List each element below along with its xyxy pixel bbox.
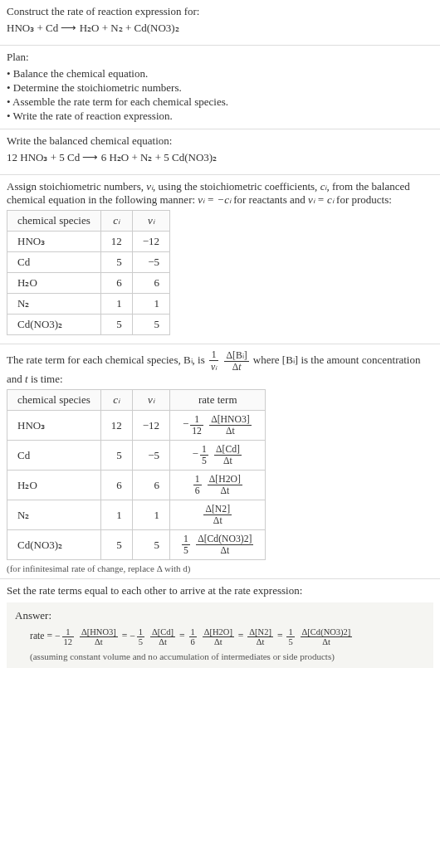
plan-header: Plan: xyxy=(7,51,433,64)
one-over-nu: 1νᵢ xyxy=(209,349,218,373)
rateterm-text-a: The rate term for each chemical species,… xyxy=(7,354,208,366)
cell-species: Cd(NO3)₂ xyxy=(7,530,101,560)
stoich-text-b: , using the stoichiometric coefficients, xyxy=(153,180,320,193)
unbalanced-equation: HNO₃ + Cd ⟶ H₂O + N₂ + Cd(NO3)₂ xyxy=(7,22,433,35)
cell-species: N₂ xyxy=(7,294,101,315)
cell-ci: 5 xyxy=(100,530,132,560)
balanced-equation: 12 HNO₃ + 5 Cd ⟶ 6 H₂O + N₂ + 5 Cd(NO3)₂ xyxy=(7,151,433,164)
cell-nui: 5 xyxy=(132,315,169,335)
answer-footnote: (assuming constant volume and no accumul… xyxy=(30,651,425,661)
table-row: Cd(NO3)₂55 xyxy=(7,315,170,335)
cell-nui: 6 xyxy=(132,273,169,294)
th-ci: cᵢ xyxy=(100,211,132,232)
table-row: HNO₃12−12 xyxy=(7,232,170,252)
answer-intro: Set the rate terms equal to each other t… xyxy=(7,584,433,597)
rateterm-table: chemical species cᵢ νᵢ rate term HNO₃ 12… xyxy=(7,389,266,560)
table-row: N₂11 xyxy=(7,294,170,315)
plan-item-3: • Assemble the rate term for each chemic… xyxy=(7,95,433,109)
rateterm-text-c: is time: xyxy=(28,373,63,385)
nu-eq-reactants: νᵢ = −cᵢ xyxy=(198,193,231,206)
cell-ci: 5 xyxy=(100,252,132,273)
cell-ci: 6 xyxy=(100,471,132,500)
cell-nui: 5 xyxy=(132,530,169,560)
stoich-text: Assign stoichiometric numbers, νᵢ, using… xyxy=(7,180,433,207)
table-row: H₂O66 xyxy=(7,273,170,294)
plan-item-1: • Balance the chemical equation. xyxy=(7,67,433,80)
balanced-block: Write the balanced chemical equation: 12… xyxy=(0,129,440,175)
cell-species: N₂ xyxy=(7,500,101,530)
plan-block: Plan: • Balance the chemical equation. •… xyxy=(0,46,440,129)
cell-ci: 1 xyxy=(100,294,132,315)
cell-ci: 5 xyxy=(100,315,132,335)
th-ci: cᵢ xyxy=(100,390,132,411)
cell-ci: 5 xyxy=(100,441,132,471)
infinitesimal-note: (for infinitesimal rate of change, repla… xyxy=(7,563,433,573)
nu-i: νᵢ xyxy=(146,180,153,193)
table-row: H₂O 6 6 16 Δ[H2O]Δt xyxy=(7,471,266,500)
table-row: Cd5−5 xyxy=(7,252,170,273)
cell-rateterm: −15 Δ[Cd]Δt xyxy=(170,441,266,471)
table-row: Cd 5 −5 −15 Δ[Cd]Δt xyxy=(7,441,266,471)
cell-species: H₂O xyxy=(7,471,101,500)
cell-ci: 12 xyxy=(100,232,132,252)
cell-nui: 1 xyxy=(132,294,169,315)
table-row: HNO₃ 12 −12 −112 Δ[HNO3]Δt xyxy=(7,411,266,441)
stoich-table: chemical species cᵢ νᵢ HNO₃12−12 Cd5−5 H… xyxy=(7,210,170,335)
th-rateterm: rate term xyxy=(170,390,266,411)
cell-ci: 6 xyxy=(100,273,132,294)
rateterm-block: The rate term for each chemical species,… xyxy=(0,344,440,579)
cell-ci: 12 xyxy=(100,411,132,441)
th-nui: νᵢ xyxy=(132,390,169,411)
plan-item-2: • Determine the stoichiometric numbers. xyxy=(7,81,433,95)
cell-species: Cd xyxy=(7,252,101,273)
cell-nui: −12 xyxy=(132,232,169,252)
nu-eq-products: νᵢ = cᵢ xyxy=(308,193,334,206)
cell-rateterm: −112 Δ[HNO3]Δt xyxy=(170,411,266,441)
stoich-text-d: for reactants and xyxy=(231,193,308,206)
balanced-heading: Write the balanced chemical equation: xyxy=(7,134,433,148)
rate-expression: rate = −112 Δ[HNO3]Δt = −15 Δ[Cd]Δt = 16… xyxy=(30,627,425,646)
stoich-text-a: Assign stoichiometric numbers, xyxy=(7,180,146,193)
cell-nui: 6 xyxy=(132,471,169,500)
question-block: Construct the rate of reaction expressio… xyxy=(0,0,440,46)
cell-rateterm: 16 Δ[H2O]Δt xyxy=(170,471,266,500)
table-header-row: chemical species cᵢ νᵢ rate term xyxy=(7,390,266,411)
plan-item-4: • Write the rate of reaction expression. xyxy=(7,110,433,123)
cell-nui: −5 xyxy=(132,252,169,273)
th-species: chemical species xyxy=(7,211,101,232)
cell-species: Cd(NO3)₂ xyxy=(7,315,101,335)
question-text: Construct the rate of reaction expressio… xyxy=(7,5,433,18)
cell-ci: 1 xyxy=(100,500,132,530)
rateterm-text: The rate term for each chemical species,… xyxy=(7,349,433,386)
dBi-dt: Δ[Bᵢ]Δt xyxy=(224,349,248,373)
table-row: N₂ 1 1 Δ[N2]Δt xyxy=(7,500,266,530)
stoich-block: Assign stoichiometric numbers, νᵢ, using… xyxy=(0,175,440,344)
cell-species: HNO₃ xyxy=(7,411,101,441)
answer-label: Answer: xyxy=(15,609,425,622)
table-row: Cd(NO3)₂ 5 5 15 Δ[Cd(NO3)2]Δt xyxy=(7,530,266,560)
answer-block: Set the rate terms equal to each other t… xyxy=(0,579,440,673)
table-header-row: chemical species cᵢ νᵢ xyxy=(7,211,170,232)
cell-rateterm: Δ[N2]Δt xyxy=(170,500,266,530)
stoich-text-e: for products: xyxy=(334,193,392,206)
cell-species: HNO₃ xyxy=(7,232,101,252)
answer-box: Answer: rate = −112 Δ[HNO3]Δt = −15 Δ[Cd… xyxy=(7,602,433,668)
cell-nui: −5 xyxy=(132,441,169,471)
cell-nui: 1 xyxy=(132,500,169,530)
cell-species: Cd xyxy=(7,441,101,471)
th-nui: νᵢ xyxy=(132,211,169,232)
cell-rateterm: 15 Δ[Cd(NO3)2]Δt xyxy=(170,530,266,560)
th-species: chemical species xyxy=(7,390,101,411)
cell-nui: −12 xyxy=(132,411,169,441)
cell-species: H₂O xyxy=(7,273,101,294)
